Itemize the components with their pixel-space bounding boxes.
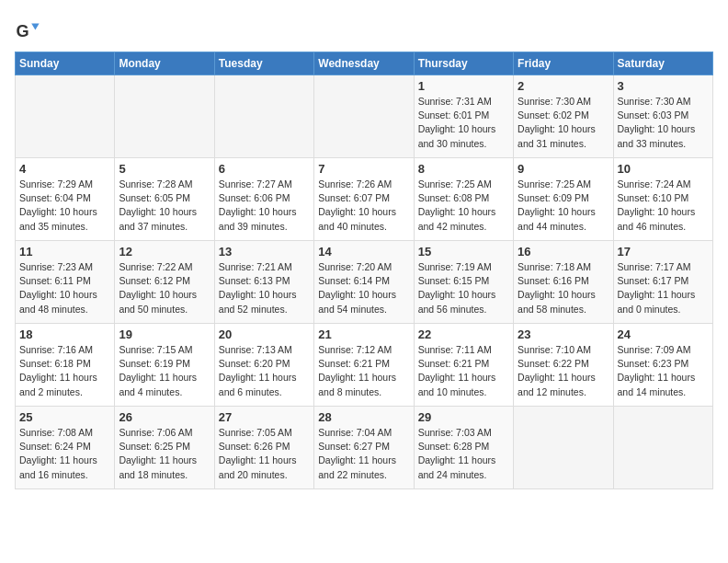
day-number: 26 [119, 410, 210, 424]
day-info: Sunrise: 7:06 AMSunset: 6:25 PMDaylight:… [119, 426, 210, 482]
calendar-cell: 26Sunrise: 7:06 AMSunset: 6:25 PMDayligh… [115, 407, 214, 489]
svg-marker-1 [31, 24, 39, 30]
calendar-week-4: 18Sunrise: 7:16 AMSunset: 6:18 PMDayligh… [16, 324, 713, 407]
calendar-cell: 8Sunrise: 7:25 AMSunset: 6:08 PMDaylight… [414, 158, 513, 241]
day-info: Sunrise: 7:26 AMSunset: 6:07 PMDaylight:… [318, 178, 409, 234]
calendar-cell: 12Sunrise: 7:22 AMSunset: 6:12 PMDayligh… [115, 241, 214, 324]
day-number: 12 [119, 245, 210, 259]
day-info: Sunrise: 7:09 AMSunset: 6:23 PMDaylight:… [618, 343, 709, 399]
calendar-week-5: 25Sunrise: 7:08 AMSunset: 6:24 PMDayligh… [16, 407, 713, 489]
header-saturday: Saturday [613, 52, 712, 75]
day-number: 5 [119, 162, 210, 176]
day-info: Sunrise: 7:20 AMSunset: 6:14 PMDaylight:… [318, 260, 409, 316]
day-number: 9 [518, 162, 609, 176]
day-number: 24 [618, 327, 709, 341]
calendar-cell [16, 75, 115, 158]
day-info: Sunrise: 7:23 AMSunset: 6:11 PMDaylight:… [19, 260, 110, 316]
day-info: Sunrise: 7:30 AMSunset: 6:02 PMDaylight:… [518, 95, 609, 151]
day-number: 13 [219, 245, 310, 259]
calendar-cell: 7Sunrise: 7:26 AMSunset: 6:07 PMDaylight… [314, 158, 414, 241]
calendar-cell [613, 407, 712, 489]
day-info: Sunrise: 7:13 AMSunset: 6:20 PMDaylight:… [219, 343, 310, 399]
calendar-cell: 18Sunrise: 7:16 AMSunset: 6:18 PMDayligh… [16, 324, 115, 407]
day-number: 22 [418, 327, 509, 341]
day-number: 27 [219, 410, 310, 424]
day-info: Sunrise: 7:10 AMSunset: 6:22 PMDaylight:… [518, 343, 609, 399]
day-number: 15 [418, 245, 509, 259]
calendar-cell: 1Sunrise: 7:31 AMSunset: 6:01 PMDaylight… [414, 75, 513, 158]
header-sunday: Sunday [16, 52, 115, 75]
calendar-cell: 28Sunrise: 7:04 AMSunset: 6:27 PMDayligh… [314, 407, 414, 489]
header-thursday: Thursday [414, 52, 513, 75]
day-number: 23 [518, 327, 609, 341]
logo-icon: G [15, 18, 40, 44]
calendar-cell [214, 75, 313, 158]
day-info: Sunrise: 7:19 AMSunset: 6:15 PMDaylight:… [418, 260, 509, 316]
day-number: 29 [418, 410, 509, 424]
calendar-cell: 6Sunrise: 7:27 AMSunset: 6:06 PMDaylight… [214, 158, 313, 241]
page-header: G [15, 15, 713, 44]
day-info: Sunrise: 7:25 AMSunset: 6:09 PMDaylight:… [518, 178, 609, 234]
day-info: Sunrise: 7:25 AMSunset: 6:08 PMDaylight:… [418, 178, 509, 234]
day-number: 10 [618, 162, 709, 176]
calendar-cell: 14Sunrise: 7:20 AMSunset: 6:14 PMDayligh… [314, 241, 414, 324]
day-info: Sunrise: 7:15 AMSunset: 6:19 PMDaylight:… [119, 343, 210, 399]
calendar-cell: 3Sunrise: 7:30 AMSunset: 6:03 PMDaylight… [613, 75, 712, 158]
day-number: 7 [318, 162, 409, 176]
day-number: 21 [318, 327, 409, 341]
calendar-cell: 19Sunrise: 7:15 AMSunset: 6:19 PMDayligh… [115, 324, 214, 407]
day-number: 2 [518, 79, 609, 93]
header-friday: Friday [514, 52, 613, 75]
calendar-cell: 5Sunrise: 7:28 AMSunset: 6:05 PMDaylight… [115, 158, 214, 241]
calendar-cell [314, 75, 414, 158]
day-info: Sunrise: 7:04 AMSunset: 6:27 PMDaylight:… [318, 426, 409, 482]
svg-text:G: G [16, 22, 28, 40]
calendar-cell [115, 75, 214, 158]
calendar-cell: 15Sunrise: 7:19 AMSunset: 6:15 PMDayligh… [414, 241, 513, 324]
day-info: Sunrise: 7:30 AMSunset: 6:03 PMDaylight:… [618, 95, 709, 151]
day-info: Sunrise: 7:11 AMSunset: 6:21 PMDaylight:… [418, 343, 509, 399]
day-number: 19 [119, 327, 210, 341]
calendar-cell: 17Sunrise: 7:17 AMSunset: 6:17 PMDayligh… [613, 241, 712, 324]
header-tuesday: Tuesday [214, 52, 313, 75]
header-wednesday: Wednesday [314, 52, 414, 75]
calendar-cell: 11Sunrise: 7:23 AMSunset: 6:11 PMDayligh… [16, 241, 115, 324]
calendar-header-row: SundayMondayTuesdayWednesdayThursdayFrid… [16, 52, 713, 75]
day-info: Sunrise: 7:31 AMSunset: 6:01 PMDaylight:… [418, 95, 509, 151]
day-info: Sunrise: 7:29 AMSunset: 6:04 PMDaylight:… [19, 178, 110, 234]
day-info: Sunrise: 7:16 AMSunset: 6:18 PMDaylight:… [19, 343, 110, 399]
day-info: Sunrise: 7:18 AMSunset: 6:16 PMDaylight:… [518, 260, 609, 316]
calendar-cell: 27Sunrise: 7:05 AMSunset: 6:26 PMDayligh… [214, 407, 313, 489]
day-number: 20 [219, 327, 310, 341]
calendar-cell: 23Sunrise: 7:10 AMSunset: 6:22 PMDayligh… [514, 324, 613, 407]
calendar-week-1: 1Sunrise: 7:31 AMSunset: 6:01 PMDaylight… [16, 75, 713, 158]
calendar-cell [514, 407, 613, 489]
day-info: Sunrise: 7:17 AMSunset: 6:17 PMDaylight:… [618, 260, 709, 316]
day-number: 28 [318, 410, 409, 424]
logo: G [15, 18, 42, 44]
calendar-cell: 16Sunrise: 7:18 AMSunset: 6:16 PMDayligh… [514, 241, 613, 324]
calendar-cell: 21Sunrise: 7:12 AMSunset: 6:21 PMDayligh… [314, 324, 414, 407]
header-monday: Monday [115, 52, 214, 75]
day-number: 18 [19, 327, 110, 341]
calendar-body: 1Sunrise: 7:31 AMSunset: 6:01 PMDaylight… [16, 75, 713, 489]
calendar-cell: 4Sunrise: 7:29 AMSunset: 6:04 PMDaylight… [16, 158, 115, 241]
calendar-cell: 25Sunrise: 7:08 AMSunset: 6:24 PMDayligh… [16, 407, 115, 489]
day-info: Sunrise: 7:24 AMSunset: 6:10 PMDaylight:… [618, 178, 709, 234]
calendar-cell: 22Sunrise: 7:11 AMSunset: 6:21 PMDayligh… [414, 324, 513, 407]
calendar-table: SundayMondayTuesdayWednesdayThursdayFrid… [15, 52, 713, 489]
day-number: 4 [19, 162, 110, 176]
day-info: Sunrise: 7:22 AMSunset: 6:12 PMDaylight:… [119, 260, 210, 316]
calendar-week-3: 11Sunrise: 7:23 AMSunset: 6:11 PMDayligh… [16, 241, 713, 324]
day-info: Sunrise: 7:08 AMSunset: 6:24 PMDaylight:… [19, 426, 110, 482]
calendar-week-2: 4Sunrise: 7:29 AMSunset: 6:04 PMDaylight… [16, 158, 713, 241]
day-number: 14 [318, 245, 409, 259]
day-number: 16 [518, 245, 609, 259]
calendar-cell: 29Sunrise: 7:03 AMSunset: 6:28 PMDayligh… [414, 407, 513, 489]
day-info: Sunrise: 7:12 AMSunset: 6:21 PMDaylight:… [318, 343, 409, 399]
day-info: Sunrise: 7:21 AMSunset: 6:13 PMDaylight:… [219, 260, 310, 316]
day-number: 25 [19, 410, 110, 424]
day-info: Sunrise: 7:05 AMSunset: 6:26 PMDaylight:… [219, 426, 310, 482]
day-info: Sunrise: 7:03 AMSunset: 6:28 PMDaylight:… [418, 426, 509, 482]
calendar-cell: 2Sunrise: 7:30 AMSunset: 6:02 PMDaylight… [514, 75, 613, 158]
